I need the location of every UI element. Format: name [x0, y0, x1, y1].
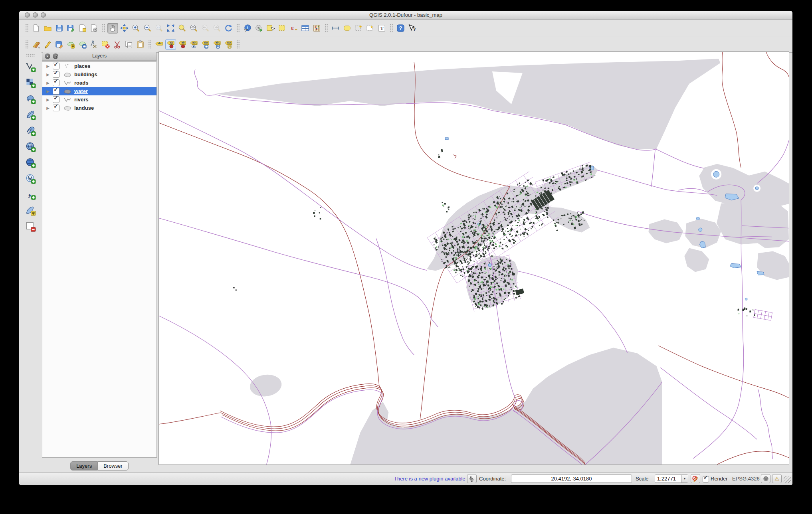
- remove-layer-button[interactable]: [24, 220, 36, 232]
- layer-checkbox[interactable]: ✓: [53, 88, 59, 95]
- layer-checkbox[interactable]: ✓: [53, 96, 59, 103]
- show-hide-labels-button[interactable]: [188, 39, 199, 50]
- layer-checkbox[interactable]: ✓: [53, 79, 59, 86]
- coordinate-input[interactable]: 20.4192,-34.0180: [511, 474, 632, 483]
- add-postgis-layer-button[interactable]: [24, 93, 36, 105]
- toolbar-handle[interactable]: [325, 24, 328, 32]
- layer-row-roads[interactable]: ▶ ✓ roads: [42, 79, 156, 87]
- select-features-button[interactable]: [265, 23, 276, 34]
- layer-row-rivers[interactable]: ▶ ✓ rivers: [42, 95, 156, 104]
- change-label-button[interactable]: [223, 39, 234, 50]
- help-button[interactable]: [395, 23, 406, 34]
- add-delimited-text-layer-button[interactable]: [24, 188, 36, 200]
- expand-arrow-icon[interactable]: ▶: [46, 98, 50, 102]
- save-layer-edits-button[interactable]: [54, 39, 65, 50]
- add-wfs-layer-button[interactable]: [24, 172, 36, 184]
- new-spatialite-layer-button[interactable]: [24, 204, 36, 216]
- select-by-expression-button[interactable]: [288, 23, 299, 34]
- add-vector-layer-button[interactable]: [24, 61, 36, 73]
- layer-row-water[interactable]: ▶ ✓ water: [42, 87, 156, 95]
- add-wms-layer-button[interactable]: [24, 140, 36, 152]
- tab-layers[interactable]: Layers: [70, 461, 97, 471]
- new-plugin-link[interactable]: There is a new plugin available: [394, 476, 465, 482]
- map-tips-button[interactable]: [342, 23, 353, 34]
- toggle-editing-button[interactable]: [42, 39, 53, 50]
- layers-panel-header[interactable]: × Layers: [42, 52, 157, 61]
- expand-arrow-icon[interactable]: ▶: [46, 81, 50, 85]
- toolbar-handle[interactable]: [102, 24, 105, 32]
- expand-arrow-icon[interactable]: ▶: [46, 64, 50, 68]
- pin-labels-button[interactable]: [165, 39, 176, 50]
- scale-dropdown-arrow-icon[interactable]: ▾: [681, 475, 688, 482]
- field-calculator-button[interactable]: [311, 23, 322, 34]
- zoom-last-button[interactable]: [200, 23, 211, 34]
- layer-row-buildings[interactable]: ▶ ✓ buildings: [42, 70, 156, 79]
- toolbar-handle[interactable]: [26, 53, 35, 57]
- add-wcs-layer-button[interactable]: [24, 156, 36, 168]
- rotate-label-button[interactable]: [212, 39, 222, 50]
- new-project-button[interactable]: [31, 23, 42, 34]
- composer-manager-button[interactable]: [89, 23, 99, 34]
- text-annotation-button[interactable]: [376, 23, 387, 34]
- show-bookmarks-button[interactable]: [365, 23, 376, 34]
- cut-features-button[interactable]: [112, 39, 123, 50]
- layer-checkbox[interactable]: ✓: [53, 71, 59, 78]
- toolbar-handle[interactable]: [390, 24, 393, 32]
- map-canvas[interactable]: [158, 51, 789, 465]
- toolbar-handle[interactable]: [148, 40, 151, 49]
- layer-labeling-button[interactable]: [154, 39, 164, 50]
- zoom-out-button[interactable]: [142, 23, 153, 34]
- toolbar-handle[interactable]: [25, 40, 28, 49]
- zoom-full-button[interactable]: [165, 23, 176, 34]
- expand-arrow-icon[interactable]: ▶: [46, 106, 50, 110]
- message-log-button[interactable]: ⚠: [772, 474, 782, 483]
- zoom-next-button[interactable]: [212, 23, 222, 34]
- copy-features-button[interactable]: [123, 39, 134, 50]
- toolbar-handle[interactable]: [236, 24, 240, 32]
- tab-browser[interactable]: Browser: [97, 461, 129, 471]
- move-feature-button[interactable]: [77, 39, 88, 50]
- identify-button[interactable]: [242, 23, 253, 34]
- expand-arrow-icon[interactable]: ▶: [46, 89, 50, 93]
- layer-checkbox[interactable]: ✓: [53, 105, 59, 111]
- new-print-composer-button[interactable]: [77, 23, 88, 34]
- attribute-table-button[interactable]: [300, 23, 311, 34]
- stop-render-button[interactable]: [691, 474, 700, 483]
- pan-map-button[interactable]: [107, 23, 118, 34]
- paste-features-button[interactable]: [135, 39, 146, 50]
- scale-combobox[interactable]: 1:22771 ▾: [655, 474, 688, 483]
- node-tool-button[interactable]: [89, 39, 99, 50]
- zoom-to-layer-button[interactable]: [188, 23, 199, 34]
- resize-grip[interactable]: [784, 476, 791, 483]
- layer-row-landuse[interactable]: ▶ ✓ landuse: [42, 104, 156, 112]
- add-raster-layer-button[interactable]: [24, 77, 36, 89]
- title-bar[interactable]: QGIS 2.0.1-Dufour - basic_map: [19, 11, 792, 20]
- zoom-native-button[interactable]: [154, 23, 164, 34]
- deselect-features-button[interactable]: [277, 23, 287, 34]
- open-project-button[interactable]: [42, 23, 53, 34]
- run-feature-action-button[interactable]: [254, 23, 264, 34]
- render-checkbox[interactable]: ✓: [703, 476, 709, 482]
- delete-selected-button[interactable]: [100, 39, 111, 50]
- toolbar-handle[interactable]: [236, 40, 240, 49]
- zoom-in-button[interactable]: [131, 23, 141, 34]
- toolbar-handle[interactable]: [25, 24, 28, 32]
- expand-arrow-icon[interactable]: ▶: [46, 73, 50, 77]
- whats-this-button[interactable]: [407, 23, 418, 34]
- current-edits-button[interactable]: [31, 39, 42, 50]
- save-project-button[interactable]: [54, 23, 65, 34]
- crs-status-button[interactable]: [761, 474, 770, 483]
- new-bookmark-button[interactable]: [353, 23, 364, 34]
- layer-row-places[interactable]: ▶ ✓ places: [42, 62, 156, 70]
- add-feature-button[interactable]: [65, 39, 76, 50]
- add-spatialite-layer-button[interactable]: [24, 109, 36, 121]
- save-project-as-button[interactable]: [65, 23, 76, 34]
- highlight-pinned-labels-button[interactable]: [177, 39, 188, 50]
- add-mssql-layer-button[interactable]: [24, 125, 36, 136]
- plugin-icon[interactable]: [467, 474, 477, 483]
- refresh-button[interactable]: [223, 23, 234, 34]
- layer-checkbox[interactable]: ✓: [53, 63, 59, 69]
- zoom-to-selection-button[interactable]: [177, 23, 188, 34]
- measure-line-button[interactable]: [330, 23, 341, 34]
- move-label-button[interactable]: [200, 39, 211, 50]
